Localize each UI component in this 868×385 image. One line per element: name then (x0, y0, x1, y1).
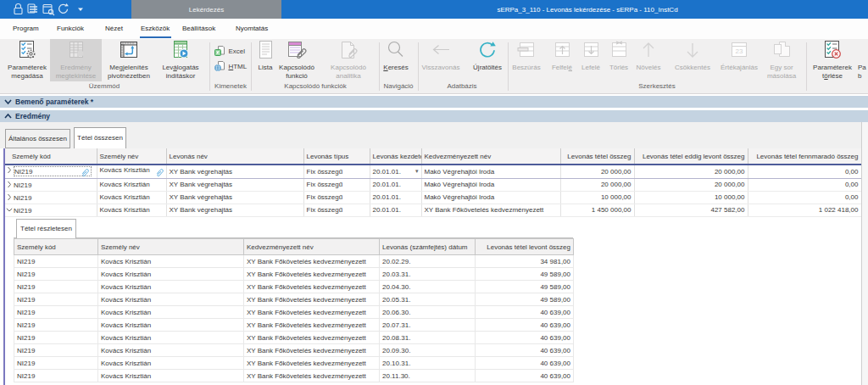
svg-text:23: 23 (736, 47, 743, 55)
